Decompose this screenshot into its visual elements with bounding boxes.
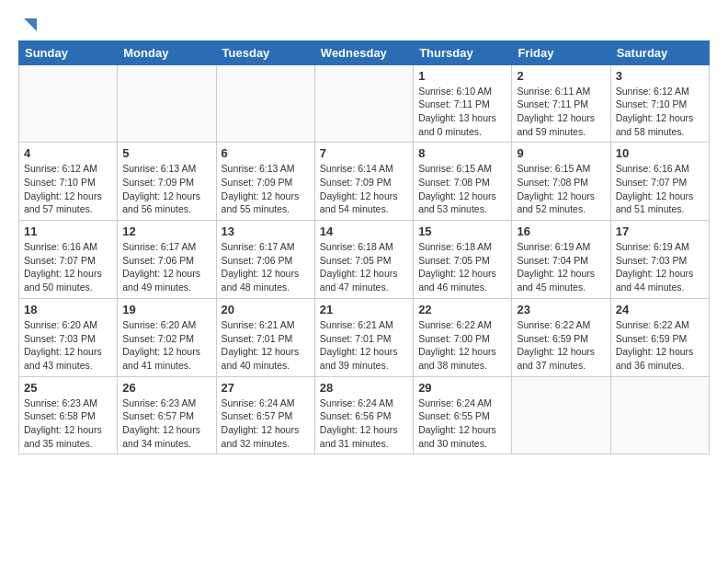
calendar-cell: 17Sunrise: 6:19 AMSunset: 7:03 PMDayligh… <box>610 221 709 299</box>
day-info: Sunrise: 6:17 AMSunset: 7:06 PMDaylight:… <box>122 240 210 294</box>
day-info: Sunrise: 6:11 AMSunset: 7:11 PMDaylight:… <box>517 85 605 139</box>
day-info: Sunrise: 6:13 AMSunset: 7:09 PMDaylight:… <box>122 162 210 216</box>
day-number: 10 <box>616 146 704 160</box>
calendar-cell <box>314 64 413 143</box>
calendar-header-friday: Friday <box>512 40 610 64</box>
day-number: 11 <box>24 224 112 238</box>
calendar-header-monday: Monday <box>118 40 216 64</box>
day-info: Sunrise: 6:23 AMSunset: 6:58 PMDaylight:… <box>24 396 112 451</box>
day-info: Sunrise: 6:24 AMSunset: 6:57 PMDaylight:… <box>222 396 310 451</box>
calendar-cell: 8Sunrise: 6:15 AMSunset: 7:08 PMDaylight… <box>414 143 512 221</box>
calendar-cell: 16Sunrise: 6:19 AMSunset: 7:04 PMDayligh… <box>512 221 610 299</box>
calendar-header-thursday: Thursday <box>414 40 512 64</box>
calendar-cell: 3Sunrise: 6:12 AMSunset: 7:10 PMDaylight… <box>610 64 709 143</box>
day-info: Sunrise: 6:19 AMSunset: 7:03 PMDaylight:… <box>616 240 704 294</box>
calendar-week-row: 18Sunrise: 6:20 AMSunset: 7:03 PMDayligh… <box>19 298 710 376</box>
calendar-cell: 21Sunrise: 6:21 AMSunset: 7:01 PMDayligh… <box>314 298 413 376</box>
calendar-cell: 9Sunrise: 6:15 AMSunset: 7:08 PMDaylight… <box>512 143 610 221</box>
calendar-table: SundayMondayTuesdayWednesdayThursdayFrid… <box>18 40 710 455</box>
calendar-cell: 19Sunrise: 6:20 AMSunset: 7:02 PMDayligh… <box>118 298 216 376</box>
logo-triangle-icon <box>20 15 37 31</box>
day-info: Sunrise: 6:19 AMSunset: 7:04 PMDaylight:… <box>517 240 605 294</box>
day-number: 20 <box>222 303 310 316</box>
day-number: 24 <box>616 303 704 316</box>
day-info: Sunrise: 6:16 AMSunset: 7:07 PMDaylight:… <box>616 162 704 216</box>
calendar-cell: 11Sunrise: 6:16 AMSunset: 7:07 PMDayligh… <box>19 221 118 299</box>
day-number: 9 <box>517 146 605 160</box>
day-number: 8 <box>418 146 506 160</box>
calendar-cell <box>19 64 118 143</box>
calendar-week-row: 25Sunrise: 6:23 AMSunset: 6:58 PMDayligh… <box>19 376 710 454</box>
calendar-cell: 12Sunrise: 6:17 AMSunset: 7:06 PMDayligh… <box>118 221 216 299</box>
calendar-cell: 7Sunrise: 6:14 AMSunset: 7:09 PMDaylight… <box>314 143 413 221</box>
day-info: Sunrise: 6:18 AMSunset: 7:05 PMDaylight:… <box>320 240 408 294</box>
calendar-cell: 2Sunrise: 6:11 AMSunset: 7:11 PMDaylight… <box>512 64 610 143</box>
calendar-cell: 25Sunrise: 6:23 AMSunset: 6:58 PMDayligh… <box>19 376 118 454</box>
calendar-cell: 27Sunrise: 6:24 AMSunset: 6:57 PMDayligh… <box>216 376 314 454</box>
calendar-cell <box>610 376 709 454</box>
day-number: 18 <box>24 303 112 316</box>
calendar-cell: 24Sunrise: 6:22 AMSunset: 6:59 PMDayligh… <box>610 298 709 376</box>
day-number: 27 <box>222 381 310 395</box>
day-info: Sunrise: 6:24 AMSunset: 6:56 PMDaylight:… <box>320 396 408 451</box>
calendar-cell: 13Sunrise: 6:17 AMSunset: 7:06 PMDayligh… <box>216 221 314 299</box>
day-number: 16 <box>517 224 605 238</box>
day-number: 17 <box>616 224 704 238</box>
calendar-header-tuesday: Tuesday <box>216 40 314 64</box>
day-info: Sunrise: 6:15 AMSunset: 7:08 PMDaylight:… <box>517 162 605 216</box>
calendar-header-saturday: Saturday <box>610 40 709 64</box>
day-number: 29 <box>418 381 506 395</box>
calendar-cell <box>118 64 216 143</box>
day-info: Sunrise: 6:15 AMSunset: 7:08 PMDaylight:… <box>418 162 506 216</box>
day-info: Sunrise: 6:20 AMSunset: 7:02 PMDaylight:… <box>122 318 210 373</box>
calendar-week-row: 1Sunrise: 6:10 AMSunset: 7:11 PMDaylight… <box>19 64 710 143</box>
day-number: 15 <box>418 224 506 238</box>
calendar-header-wednesday: Wednesday <box>314 40 413 64</box>
calendar-cell: 26Sunrise: 6:23 AMSunset: 6:57 PMDayligh… <box>118 376 216 454</box>
calendar-cell: 6Sunrise: 6:13 AMSunset: 7:09 PMDaylight… <box>216 143 314 221</box>
day-info: Sunrise: 6:18 AMSunset: 7:05 PMDaylight:… <box>418 240 506 294</box>
day-info: Sunrise: 6:10 AMSunset: 7:11 PMDaylight:… <box>418 85 506 139</box>
day-number: 7 <box>320 146 408 160</box>
calendar-cell: 29Sunrise: 6:24 AMSunset: 6:55 PMDayligh… <box>414 376 512 454</box>
calendar-cell <box>216 64 314 143</box>
day-info: Sunrise: 6:20 AMSunset: 7:03 PMDaylight:… <box>24 318 112 373</box>
calendar-header-sunday: Sunday <box>19 40 118 64</box>
day-info: Sunrise: 6:23 AMSunset: 6:57 PMDaylight:… <box>122 396 210 451</box>
header <box>18 15 710 35</box>
calendar-week-row: 4Sunrise: 6:12 AMSunset: 7:10 PMDaylight… <box>19 143 710 221</box>
calendar-cell: 14Sunrise: 6:18 AMSunset: 7:05 PMDayligh… <box>314 221 413 299</box>
calendar-cell: 28Sunrise: 6:24 AMSunset: 6:56 PMDayligh… <box>314 376 413 454</box>
calendar-cell: 15Sunrise: 6:18 AMSunset: 7:05 PMDayligh… <box>414 221 512 299</box>
logo <box>18 15 37 35</box>
day-number: 13 <box>222 224 310 238</box>
day-info: Sunrise: 6:22 AMSunset: 6:59 PMDaylight:… <box>616 318 704 373</box>
day-number: 3 <box>616 69 704 83</box>
day-info: Sunrise: 6:13 AMSunset: 7:09 PMDaylight:… <box>222 162 310 216</box>
calendar-cell: 5Sunrise: 6:13 AMSunset: 7:09 PMDaylight… <box>118 143 216 221</box>
calendar-cell: 20Sunrise: 6:21 AMSunset: 7:01 PMDayligh… <box>216 298 314 376</box>
calendar-cell <box>512 376 610 454</box>
svg-marker-0 <box>24 18 37 31</box>
day-info: Sunrise: 6:21 AMSunset: 7:01 PMDaylight:… <box>320 318 408 373</box>
day-info: Sunrise: 6:24 AMSunset: 6:55 PMDaylight:… <box>418 396 506 451</box>
calendar-header-row: SundayMondayTuesdayWednesdayThursdayFrid… <box>19 40 710 64</box>
calendar-cell: 18Sunrise: 6:20 AMSunset: 7:03 PMDayligh… <box>19 298 118 376</box>
day-number: 1 <box>418 69 506 83</box>
calendar-cell: 10Sunrise: 6:16 AMSunset: 7:07 PMDayligh… <box>610 143 709 221</box>
day-info: Sunrise: 6:21 AMSunset: 7:01 PMDaylight:… <box>222 318 310 373</box>
day-info: Sunrise: 6:14 AMSunset: 7:09 PMDaylight:… <box>320 162 408 216</box>
calendar-cell: 4Sunrise: 6:12 AMSunset: 7:10 PMDaylight… <box>19 143 118 221</box>
day-info: Sunrise: 6:12 AMSunset: 7:10 PMDaylight:… <box>616 85 704 139</box>
day-number: 26 <box>122 381 210 395</box>
day-number: 12 <box>122 224 210 238</box>
day-number: 25 <box>24 381 112 395</box>
day-number: 14 <box>320 224 408 238</box>
calendar-cell: 22Sunrise: 6:22 AMSunset: 7:00 PMDayligh… <box>414 298 512 376</box>
calendar-cell: 23Sunrise: 6:22 AMSunset: 6:59 PMDayligh… <box>512 298 610 376</box>
day-info: Sunrise: 6:22 AMSunset: 6:59 PMDaylight:… <box>517 318 605 373</box>
day-number: 22 <box>418 303 506 316</box>
calendar-week-row: 11Sunrise: 6:16 AMSunset: 7:07 PMDayligh… <box>19 221 710 299</box>
day-number: 4 <box>24 146 112 160</box>
day-number: 23 <box>517 303 605 316</box>
